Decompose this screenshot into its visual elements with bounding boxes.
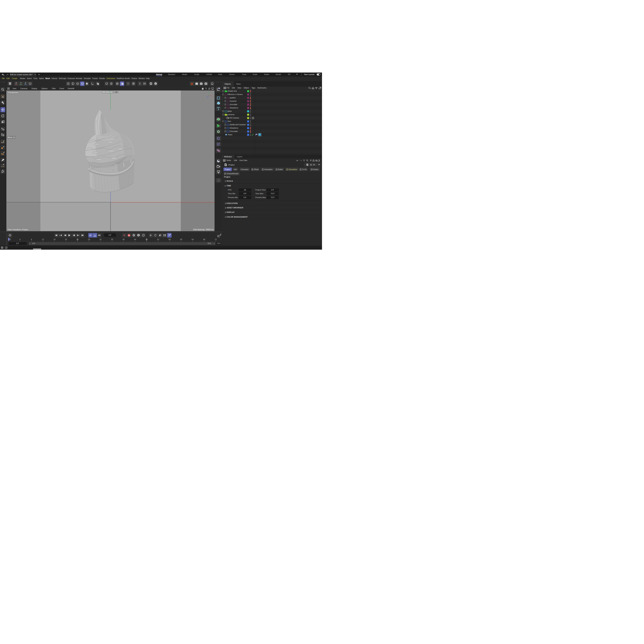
svg-text:56: 56 [169,238,171,240]
svg-text:4: 4 [19,238,20,240]
svg-text:64: 64 [192,238,194,240]
svg-text:A: A [128,234,130,236]
svg-text:60: 60 [180,238,182,240]
svg-text:72: 72 [215,238,217,240]
svg-text:X: X [212,95,213,97]
svg-text:24: 24 [76,238,78,240]
svg-text:20: 20 [65,238,67,240]
svg-text:Z: Z [207,97,208,98]
svg-text:0: 0 [10,238,11,240]
svg-text:68: 68 [203,238,205,240]
svg-text:52: 52 [157,238,159,240]
svg-text:8: 8 [31,238,32,240]
svg-text:Y: Y [208,91,209,93]
svg-text:40: 40 [123,238,125,240]
svg-text:28: 28 [88,238,90,240]
svg-text:32: 32 [100,238,102,240]
svg-text:12: 12 [42,238,44,240]
svg-text:A: A [155,83,156,84]
svg-text:48: 48 [146,238,148,240]
svg-text:16: 16 [53,238,55,240]
svg-text:36: 36 [111,238,113,240]
svg-text:44: 44 [134,238,136,240]
svg-text:A: A [94,234,95,236]
